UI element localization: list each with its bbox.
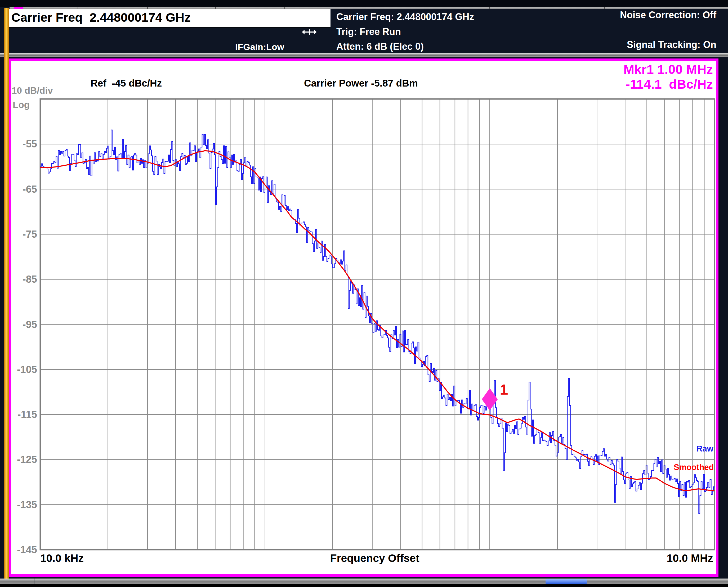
top-tab-divider: [215, 7, 216, 9]
y-axis-tick-label: -75: [23, 229, 37, 240]
reference-level-label: Ref -45 dBc/Hz: [91, 78, 162, 89]
log-scale-label: Log: [13, 99, 30, 110]
smoothed-trace-legend: Smoothed: [674, 463, 714, 472]
raw-trace-legend: Raw: [697, 444, 713, 454]
x-axis-stop-label: 10.0 MHz: [667, 552, 713, 564]
y-axis-tick-label: -65: [23, 184, 37, 195]
x-axis-title: Frequency Offset: [304, 552, 445, 564]
top-tab-divider: [421, 7, 421, 9]
y-axis-tick-label: -105: [17, 364, 37, 375]
y-axis-tick-label: -95: [23, 319, 37, 330]
top-tab-divider: [285, 7, 285, 9]
top-tab-divider: [489, 7, 490, 9]
y-axis-tick-label: -85: [23, 274, 37, 285]
y-axis-tick-label: -135: [17, 499, 37, 510]
carrier-power-label: Carrier Power -5.87 dBm: [304, 78, 418, 89]
top-tab-divider: [604, 7, 605, 9]
bottom-bar-divider: [33, 579, 35, 584]
marker1-number-label: 1: [500, 381, 508, 398]
y-axis-tick-label: -55: [23, 138, 37, 149]
analyzer-screen: Carrier Freq 2.448000174 GHz IFGain:Low …: [0, 0, 728, 587]
scale-per-div-label: 10 dB/div: [12, 85, 53, 96]
y-axis-tick-label: -145: [17, 544, 37, 555]
top-tab-divider: [77, 7, 78, 9]
raw-trace: [40, 130, 714, 514]
bottom-edge-strip: [0, 584, 728, 587]
y-axis-tick-label: -115: [18, 409, 37, 420]
marker1-freq-readout: Mkr1 1.00 MHz: [623, 62, 713, 77]
marker1-amplitude-readout: -114.1 dBc/Hz: [625, 77, 713, 92]
x-axis-start-label: 10.0 kHz: [40, 552, 84, 564]
top-tab-divider: [147, 7, 148, 9]
top-tab-divider: [353, 7, 353, 9]
bottom-scrollbar-thumb[interactable]: [546, 579, 587, 584]
bottom-scrollbar-track[interactable]: [0, 579, 728, 584]
y-axis-tick-label: -125: [17, 454, 37, 465]
